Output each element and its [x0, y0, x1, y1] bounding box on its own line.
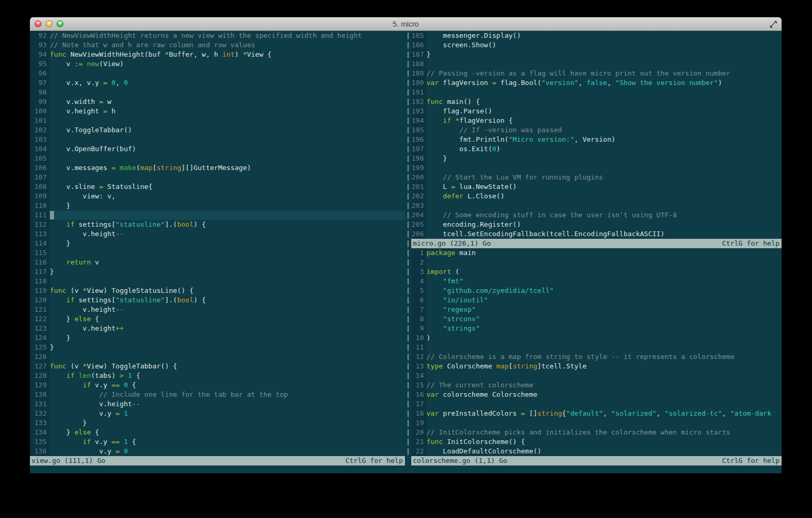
code-line[interactable]: 136 v.y = 0 [30, 447, 405, 456]
code-line[interactable]: 190var flagVersion = flag.Bool("version"… [411, 78, 782, 88]
code-line[interactable]: 129 if v.y == 0 { [30, 380, 405, 390]
code-line[interactable]: 113 v.height-- [30, 229, 405, 239]
code-line[interactable]: 199 [411, 163, 782, 173]
code-line[interactable]: 119func (v *View) ToggleStatusLine() { [30, 286, 405, 295]
code-line[interactable]: 120 if settings["statusline"].(bool) { [30, 295, 405, 305]
code-lines-micro-go[interactable]: 185 messenger.Display()186 screen.Show()… [411, 31, 782, 239]
code-line[interactable]: 8 "strconv" [411, 314, 782, 324]
code-line[interactable]: 132 v.y = 1 [30, 409, 405, 418]
code-line[interactable]: 19 [411, 418, 782, 428]
code-lines-colorscheme-go[interactable]: 1package main23import (4 "fmt"5 "github.… [411, 248, 782, 456]
code-line[interactable]: 203 [411, 201, 782, 210]
code-line[interactable]: 99 v.width = w [30, 97, 405, 107]
code-line[interactable]: 109 view: v, [30, 192, 405, 201]
code-line[interactable]: 1package main [411, 248, 782, 258]
code-line[interactable]: 204 // Some encoding stuff in case the u… [411, 210, 782, 220]
code-line[interactable]: 202 defer L.Close() [411, 192, 782, 201]
code-line[interactable]: 117} [30, 267, 405, 277]
code-line[interactable]: 9 "strings" [411, 324, 782, 333]
code-line[interactable]: 123 v.height++ [30, 324, 405, 333]
code-line[interactable]: 98 [30, 88, 405, 97]
code-line[interactable]: 13type Colorscheme map[string]tcell.Styl… [411, 362, 782, 371]
code-line[interactable]: 11 [411, 343, 782, 352]
code-line[interactable]: 133 } [30, 418, 405, 428]
code-line[interactable]: 92// NewViewWidthHeight returns a new vi… [30, 31, 405, 40]
code-line[interactable]: 4 "fmt" [411, 277, 782, 286]
code-line[interactable]: 188 [411, 59, 782, 69]
code-line[interactable]: 116 return v [30, 258, 405, 267]
code-line[interactable]: 17 [411, 399, 782, 409]
code-line[interactable]: 187} [411, 50, 782, 59]
code-line[interactable]: 194 if *flagVersion { [411, 116, 782, 125]
code-line[interactable]: 115 [30, 248, 405, 258]
code-line[interactable]: 2 [411, 258, 782, 267]
code-line[interactable]: 193 flag.Parse() [411, 107, 782, 116]
code-line[interactable]: 186 screen.Show() [411, 40, 782, 50]
code-line[interactable]: 122 } else { [30, 314, 405, 324]
pane-view-go[interactable]: 92// NewViewWidthHeight returns a new vi… [30, 31, 405, 473]
code-line[interactable]: 94func NewViewWidthHeight(buf *Buffer, w… [30, 50, 405, 59]
code-line[interactable]: 104 v.OpenBuffer(buf) [30, 144, 405, 154]
code-line[interactable]: 108 v.sline = Statusline{ [30, 182, 405, 192]
code-line[interactable]: 206 tcell.SetEncodingFallback(tcell.Enco… [411, 229, 782, 239]
code-line[interactable]: 131 v.height-- [30, 399, 405, 409]
code-line[interactable]: 105 [30, 154, 405, 163]
code-line[interactable]: 3import ( [411, 267, 782, 277]
code-line[interactable]: 106 v.messages = make(map[string][]Gutte… [30, 163, 405, 173]
code-line[interactable]: 14 [411, 371, 782, 380]
code-line[interactable]: 10) [411, 333, 782, 343]
code-line[interactable]: 12// Colorscheme is a map from string to… [411, 352, 782, 362]
code-line[interactable]: 195 // If -version was passed [411, 125, 782, 135]
code-line[interactable]: 200 // Start the Lua VM for running plug… [411, 173, 782, 182]
code-line[interactable]: 20// InitColorscheme picks and initializ… [411, 428, 782, 437]
code-line[interactable]: 101 [30, 116, 405, 125]
code-line[interactable]: 134 } else { [30, 428, 405, 437]
code-line[interactable]: 127func (v *View) ToggleTabbar() { [30, 362, 405, 371]
code-line[interactable]: 93// Note that w and h are raw column an… [30, 40, 405, 50]
line-number: 116 [30, 258, 50, 267]
code-line[interactable]: 189// Passing -version as a flag will ha… [411, 69, 782, 78]
code-line[interactable]: 103 [30, 135, 405, 144]
code-line[interactable]: 118 [30, 277, 405, 286]
title-bar[interactable]: 5. micro [30, 17, 782, 31]
code-line[interactable]: 196 fmt.Println("Micro version:", Versio… [411, 135, 782, 144]
code-line[interactable]: 7 "regexp" [411, 305, 782, 314]
split-divider-glyph: | [405, 399, 411, 409]
code-token: View) ToggleStatusLine() { [87, 287, 194, 294]
code-line[interactable]: 197 os.Exit(0) [411, 144, 782, 154]
code-line[interactable]: 112 if settings["statusline"].(bool) { [30, 220, 405, 229]
code-token: > [120, 372, 124, 379]
code-token [50, 296, 66, 304]
code-line[interactable]: 114 } [30, 239, 405, 248]
fullscreen-button[interactable] [770, 20, 777, 28]
code-line[interactable]: 192func main() { [411, 97, 782, 107]
code-line[interactable]: 107 [30, 173, 405, 182]
code-line[interactable]: 185 messenger.Display() [411, 31, 782, 40]
code-line[interactable]: 15// The current colorscheme [411, 380, 782, 390]
code-line[interactable]: 128 if len(tabs) > 1 { [30, 371, 405, 380]
code-line[interactable]: 21func InitColorscheme() { [411, 437, 782, 447]
code-line[interactable]: 111 [30, 210, 405, 220]
code-line[interactable]: 102 v.ToggleTabbar() [30, 125, 405, 135]
code-line[interactable]: 205 encoding.Register() [411, 220, 782, 229]
code-line[interactable]: 18var preInstalledColors = []string{"def… [411, 409, 782, 418]
code-line[interactable]: 198 } [411, 154, 782, 163]
code-token: var [426, 390, 439, 398]
code-line[interactable]: 126 [30, 352, 405, 362]
code-line[interactable]: 135 if v.y == 1 { [30, 437, 405, 447]
code-line[interactable]: 96 [30, 69, 405, 78]
code-line[interactable]: 95 v := new(View) [30, 59, 405, 69]
code-line[interactable]: 97 v.x, v.y = 0, 0 [30, 78, 405, 88]
code-line[interactable]: 130 // Include one line for the tab bar … [30, 390, 405, 399]
code-line[interactable]: 121 v.height-- [30, 305, 405, 314]
code-line[interactable]: 100 v.height = h [30, 107, 405, 116]
code-line[interactable]: 6 "io/ioutil" [411, 295, 782, 305]
code-line[interactable]: 201 L = lua.NewState() [411, 182, 782, 192]
code-line[interactable]: 16var colorscheme Colorscheme [411, 390, 782, 399]
code-line[interactable]: 191 [411, 88, 782, 97]
code-line[interactable]: 5 "github.com/zyedidia/tcell" [411, 286, 782, 295]
code-line[interactable]: 125} [30, 343, 405, 352]
code-line[interactable]: 124 } [30, 333, 405, 343]
code-line[interactable]: 22 LoadDefaultColorscheme() [411, 447, 782, 456]
code-line[interactable]: 110 } [30, 201, 405, 210]
